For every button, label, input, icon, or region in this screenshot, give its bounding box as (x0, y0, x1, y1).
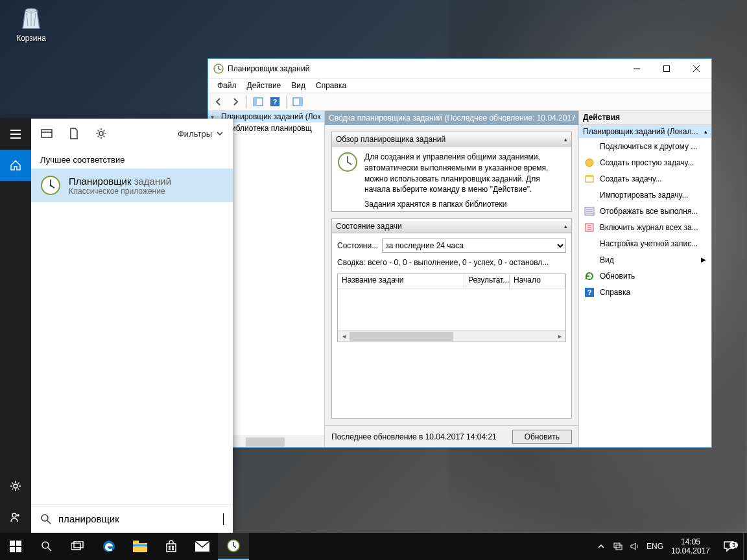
task-table-body (338, 288, 565, 330)
overview-panel: Обзор планировщика заданий▴ Для создания… (331, 132, 572, 212)
overview-text: Для создания и управления общими задания… (364, 152, 566, 195)
filters-dropdown[interactable]: Фильтры (178, 129, 224, 139)
svg-text:?: ? (273, 98, 278, 106)
overview-text-2: Задания хранятся в папках библиотеки (364, 199, 566, 210)
show-desktop[interactable] (743, 533, 747, 560)
window-title: Планировщик заданий (228, 64, 309, 73)
tray-clock[interactable]: 14:0510.04.2017 (667, 537, 715, 556)
clock-icon (337, 152, 358, 172)
recycle-bin-label: Корзина (6, 34, 56, 43)
help-button[interactable]: ? (267, 94, 283, 110)
svg-rect-37 (169, 548, 171, 550)
svg-point-18 (12, 513, 16, 517)
action-view[interactable]: Вид▶ (579, 251, 711, 268)
status-panel: Состояние задачи▴ Состояни... за последн… (331, 218, 572, 419)
menu-action[interactable]: Действие (242, 80, 287, 91)
status-summary: Сводка: всего - 0, 0 - выполнение, 0 - у… (337, 258, 566, 267)
explorer-button[interactable] (124, 533, 156, 560)
menu-file[interactable]: Файл (212, 80, 242, 91)
svg-rect-8 (299, 98, 302, 106)
mail-button[interactable] (187, 533, 218, 560)
overview-header[interactable]: Обзор планировщика заданий▴ (332, 132, 571, 146)
close-button[interactable] (682, 59, 711, 78)
search-button[interactable] (31, 533, 62, 560)
task-scheduler-window: Планировщик заданий Файл Действие Вид Сп… (208, 58, 712, 448)
task-view-button[interactable] (62, 533, 93, 560)
action-import[interactable]: Импортировать задачу... (579, 187, 711, 203)
tray-volume[interactable] (626, 533, 643, 560)
tray-chevron[interactable] (593, 533, 610, 560)
svg-rect-12 (586, 175, 593, 177)
documents-icon[interactable] (67, 127, 80, 140)
rail-hamburger[interactable] (0, 119, 31, 150)
rail-feedback[interactable] (0, 502, 31, 533)
svg-rect-25 (16, 541, 21, 546)
status-label: Состояни... (337, 241, 378, 250)
back-button[interactable] (211, 94, 226, 110)
action-at-service[interactable]: Настройка учетной запис... (579, 235, 711, 251)
status-period-select[interactable]: за последние 24 часа (382, 239, 566, 253)
svg-rect-34 (133, 544, 147, 546)
show-hide-action-button[interactable] (290, 94, 305, 110)
col-start[interactable]: Начало (510, 274, 565, 288)
clock-icon (213, 64, 224, 74)
search-row (31, 504, 233, 533)
show-hide-tree-button[interactable] (250, 94, 266, 110)
action-refresh[interactable]: Обновить (579, 268, 711, 284)
action-create-basic[interactable]: Создать простую задачу... (579, 154, 711, 170)
col-result[interactable]: Результат... (464, 274, 510, 288)
search-result-task-scheduler[interactable]: Планировщик заданий Классическое приложе… (31, 169, 233, 202)
forward-button[interactable] (228, 94, 243, 110)
settings-icon[interactable] (95, 127, 108, 140)
action-display-running[interactable]: Отображать все выполня... (579, 203, 711, 219)
menu-help[interactable]: Справка (311, 80, 351, 91)
svg-rect-4 (254, 98, 257, 106)
task-table-scrollbar[interactable]: ◂▸ (338, 330, 565, 342)
store-button[interactable] (156, 533, 187, 560)
result-subtitle: Классическое приложение (69, 187, 171, 196)
search-input[interactable] (58, 513, 217, 524)
svg-rect-11 (586, 176, 593, 182)
minimize-button[interactable] (622, 59, 652, 78)
maximize-button[interactable] (652, 59, 682, 78)
tray-language[interactable]: ENG (643, 542, 667, 551)
history-icon (584, 222, 595, 233)
svg-point-28 (42, 542, 49, 548)
svg-point-20 (99, 132, 103, 135)
action-help[interactable]: ?Справка (579, 284, 711, 300)
apps-icon[interactable] (40, 127, 53, 140)
rail-settings[interactable] (0, 471, 31, 502)
status-header[interactable]: Состояние задачи▴ (332, 219, 571, 233)
chevron-down-icon (216, 130, 224, 137)
refresh-icon (584, 271, 595, 281)
svg-rect-33 (133, 541, 139, 544)
tray-action-center[interactable]: 3 (715, 541, 743, 552)
tray-network[interactable] (610, 533, 626, 560)
svg-rect-2 (664, 65, 670, 71)
svg-point-0 (25, 8, 37, 12)
list-icon (584, 206, 595, 216)
task-icon (584, 174, 595, 184)
titlebar[interactable]: Планировщик заданий (208, 59, 711, 78)
rail-home[interactable] (0, 150, 31, 181)
svg-text:?: ? (587, 288, 592, 296)
svg-rect-30 (74, 541, 83, 548)
action-enable-history[interactable]: Включить журнал всех за... (579, 219, 711, 235)
svg-rect-26 (10, 547, 15, 552)
edge-button[interactable] (93, 533, 124, 560)
refresh-button[interactable]: Обновить (512, 430, 572, 444)
menu-view[interactable]: Вид (286, 80, 311, 91)
actions-header: Действия (579, 111, 711, 125)
task-scheduler-taskbar[interactable] (218, 533, 249, 560)
svg-point-23 (42, 515, 48, 521)
svg-rect-19 (42, 130, 52, 137)
action-connect[interactable]: Подключиться к другому ... (579, 138, 711, 154)
start-button[interactable] (0, 533, 31, 560)
desktop-recycle-bin[interactable]: Корзина (6, 3, 56, 43)
center-pane: Сводка планировщика заданий (Последнее о… (325, 111, 579, 447)
action-create-task[interactable]: Создать задачу... (579, 170, 711, 187)
svg-rect-29 (71, 543, 80, 550)
svg-point-17 (14, 484, 18, 488)
actions-subheader[interactable]: Планировщик заданий (Локал...▴ (579, 125, 711, 138)
col-task-name[interactable]: Название задачи (338, 274, 464, 288)
